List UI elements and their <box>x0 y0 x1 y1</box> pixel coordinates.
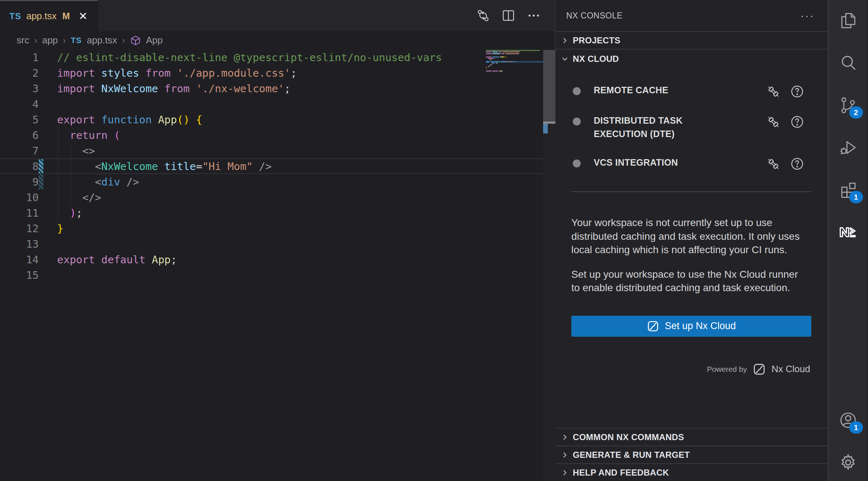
section-nx-cloud[interactable]: NX CLOUD <box>555 50 828 68</box>
code-area[interactable]: 1// eslint-disable-next-line @typescript… <box>0 50 555 481</box>
code-line[interactable]: 8 <NxWelcome title="Hi Mom" /> <box>0 158 555 174</box>
status-bullet-icon <box>573 159 581 167</box>
connect-plug-icon[interactable] <box>766 84 781 99</box>
code-line[interactable]: 9 <div /> <box>0 174 555 190</box>
code-text: <div /> <box>57 176 139 188</box>
line-number: 11 <box>0 207 39 219</box>
breadcrumb-file[interactable]: app.tsx <box>87 35 117 46</box>
editor-toolbar <box>475 0 542 31</box>
split-editor-icon[interactable] <box>500 8 516 24</box>
close-tab-icon[interactable]: ✕ <box>78 11 87 22</box>
minimap[interactable] <box>486 50 543 74</box>
line-number: 15 <box>0 269 39 281</box>
minimap-line <box>486 66 543 67</box>
line-number: 13 <box>0 238 39 250</box>
section-projects[interactable]: PROJECTS <box>555 32 828 49</box>
line-number: 3 <box>0 82 39 95</box>
code-line[interactable]: 2import styles from './app.module.css'; <box>0 65 555 81</box>
help-icon[interactable] <box>790 84 804 99</box>
code-text: return ( <box>57 129 120 141</box>
minimap-line <box>486 69 543 70</box>
powered-by: Powered by Nx Cloud <box>555 363 810 376</box>
breadcrumb-src[interactable]: src <box>17 35 29 46</box>
code-line[interactable]: 13 <box>0 236 555 252</box>
code-line[interactable]: 1// eslint-disable-next-line @typescript… <box>0 50 555 65</box>
code-line[interactable]: 7 <> <box>0 143 555 158</box>
tab-app-tsx[interactable]: TS app.tsx M ✕ <box>0 0 98 31</box>
breadcrumb-app[interactable]: app <box>42 35 58 46</box>
typescript-file-icon: TS <box>9 11 21 21</box>
source-control-icon[interactable]: 2 <box>838 95 859 116</box>
cloud-status-row: DISTRIBUTED TASK EXECUTION (DTE) <box>555 114 828 141</box>
panel-header: NX CONSOLE ··· <box>555 0 828 31</box>
section-label: HELP AND FEEDBACK <box>573 468 669 478</box>
code-text: <NxWelcome title="Hi Mom" /> <box>57 160 272 173</box>
code-line[interactable]: 15 <box>0 267 555 283</box>
section-label: COMMON NX COMMANDS <box>573 432 684 442</box>
more-actions-icon[interactable] <box>526 8 542 24</box>
extensions-icon[interactable]: 1 <box>838 179 859 200</box>
breadcrumb-separator: › <box>122 35 125 46</box>
gutter <box>39 81 57 96</box>
source-control-badge: 2 <box>849 106 863 119</box>
help-icon[interactable] <box>790 115 804 129</box>
code-line[interactable]: 14export default App; <box>0 252 555 267</box>
line-number: 8 <box>0 160 39 173</box>
breadcrumb-separator: › <box>63 35 66 46</box>
code-text: import NxWelcome from './nx-welcome'; <box>57 82 291 95</box>
section-label: NX CLOUD <box>573 54 619 64</box>
section-common-nx-commands[interactable]: COMMON NX COMMANDS <box>555 429 828 446</box>
setup-nx-cloud-button[interactable]: Set up Nx Cloud <box>571 316 811 337</box>
cloud-status-list: REMOTE CACHEDISTRIBUTED TASK EXECUTION (… <box>555 84 828 171</box>
minimap-line <box>486 51 543 52</box>
help-icon[interactable] <box>790 157 804 171</box>
modified-line-indicator <box>39 159 43 173</box>
panel-more-actions-icon[interactable]: ··· <box>800 9 815 22</box>
nx-console-icon[interactable] <box>838 222 859 243</box>
minimap-active-line-highlight <box>486 61 543 63</box>
explorer-icon[interactable] <box>838 10 859 31</box>
settings-gear-icon[interactable] <box>838 452 859 473</box>
minimap-line <box>486 72 543 73</box>
code-line[interactable]: 3import NxWelcome from './nx-welcome'; <box>0 81 555 96</box>
line-number: 2 <box>0 67 39 79</box>
code-line[interactable]: 6 return ( <box>0 127 555 143</box>
code-line[interactable]: 4 <box>0 96 555 112</box>
scrollbar-slider[interactable] <box>543 50 555 122</box>
line-number: 5 <box>0 114 39 126</box>
cloud-description: Your workspace is not currently set up t… <box>571 216 805 257</box>
section-generate-run-target[interactable]: GENERATE & RUN TARGET <box>555 446 828 463</box>
code-line[interactable]: 12} <box>0 221 555 236</box>
code-line[interactable]: 10 </> <box>0 190 555 205</box>
connect-plug-icon[interactable] <box>766 157 781 171</box>
code-text: // eslint-disable-next-line @typescript-… <box>57 51 442 64</box>
code-lines: 1// eslint-disable-next-line @typescript… <box>0 50 555 283</box>
connect-plug-icon[interactable] <box>766 115 781 129</box>
minimap-line <box>486 55 543 56</box>
line-number: 14 <box>0 254 39 266</box>
account-icon[interactable]: 1 <box>838 410 859 431</box>
minimap-line <box>486 50 543 51</box>
chevron-right-icon <box>560 36 570 45</box>
code-text: </> <box>57 191 101 204</box>
open-changes-icon[interactable] <box>475 8 491 24</box>
divider <box>571 191 812 192</box>
gutter <box>39 159 57 173</box>
minimap-line <box>486 63 543 64</box>
line-number: 6 <box>0 129 39 141</box>
minimap-line <box>486 58 543 59</box>
nx-console-panel: NX CONSOLE ··· PROJECTS NX CLOUD REMOTE … <box>555 0 829 481</box>
code-line[interactable]: 5export function App() { <box>0 112 555 127</box>
search-icon[interactable] <box>838 52 859 73</box>
activity-bar: 2 1 <box>829 0 867 481</box>
run-debug-icon[interactable] <box>838 137 859 158</box>
section-help-and-feedback[interactable]: HELP AND FEEDBACK <box>555 464 828 481</box>
minimap-modified-mark <box>486 61 489 63</box>
breadcrumb-symbol[interactable]: App <box>146 35 163 46</box>
gutter <box>39 127 57 143</box>
minimap-line <box>486 67 543 68</box>
code-line[interactable]: 11 ); <box>0 205 555 221</box>
cloud-status-row: VCS INTEGRATION <box>555 156 828 171</box>
editor-scrollbar[interactable] <box>543 50 555 481</box>
minimap-line <box>486 59 543 60</box>
